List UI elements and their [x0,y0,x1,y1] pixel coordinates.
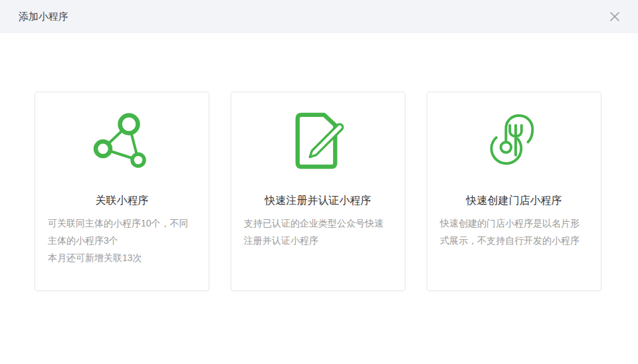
card-create-store-miniprogram[interactable]: 快速创建门店小程序 快速创建的门店小程序是以名片形 式展示，不支持自行开发的小程… [427,92,601,291]
card-description: 可关联同主体的小程序10个，不同 主体的小程序3个 本月还可新增关联13次 [35,215,209,266]
card-title: 关联小程序 [35,193,209,208]
dialog-header: 添加小程序 [0,0,638,33]
add-miniprogram-options: 关联小程序 可关联同主体的小程序10个，不同 主体的小程序3个 本月还可新增关联… [0,33,638,291]
description-line: 可关联同主体的小程序10个，不同 [48,215,196,232]
description-line: 注册并认证小程序 [244,232,392,249]
card-icon-box [35,110,209,171]
description-line: 主体的小程序3个 [48,232,196,249]
card-link-miniprogram[interactable]: 关联小程序 可关联同主体的小程序10个，不同 主体的小程序3个 本月还可新增关联… [35,92,209,291]
description-line: 本月还可新增关联13次 [48,249,196,266]
store-fork-icon [488,113,540,168]
description-line: 式展示，不支持自行开发的小程序 [440,232,588,249]
card-description: 快速创建的门店小程序是以名片形 式展示，不支持自行开发的小程序 [427,215,601,249]
card-title: 快速注册并认证小程序 [231,193,405,208]
document-pen-icon [292,110,345,170]
link-nodes-icon [92,110,152,170]
close-icon [609,11,621,23]
dialog-title: 添加小程序 [19,11,68,23]
card-icon-box [231,110,405,171]
card-description: 支持已认证的企业类型公众号快速 注册并认证小程序 [231,215,405,249]
description-line: 快速创建的门店小程序是以名片形 [440,215,588,232]
description-line: 支持已认证的企业类型公众号快速 [244,215,392,232]
card-title: 快速创建门店小程序 [427,193,601,208]
card-register-verify-miniprogram[interactable]: 快速注册并认证小程序 支持已认证的企业类型公众号快速 注册并认证小程序 [231,92,405,291]
card-icon-box [427,110,601,171]
close-button[interactable] [606,8,623,25]
